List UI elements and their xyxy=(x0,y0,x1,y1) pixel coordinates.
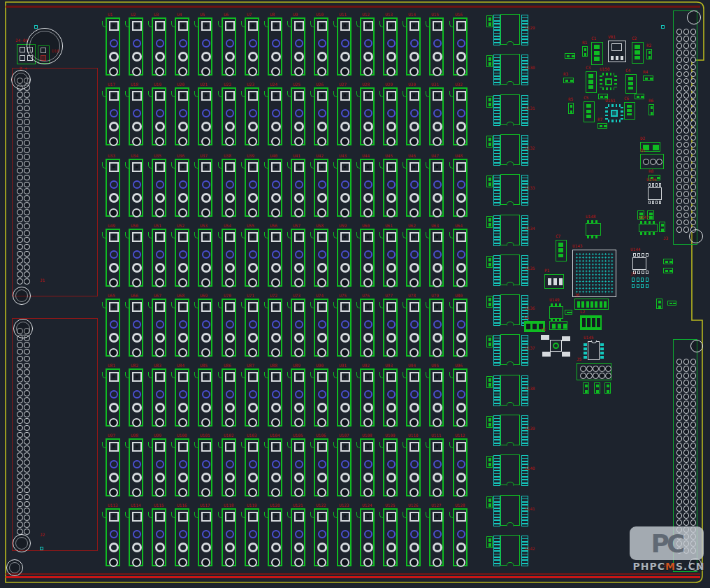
relay-footprint[interactable]: U13 xyxy=(383,17,398,76)
relay-footprint[interactable]: U102 xyxy=(222,438,236,496)
relay-footprint[interactable]: U26 xyxy=(314,87,328,145)
relay-footprint[interactable]: U100 xyxy=(175,438,189,496)
relay-footprint[interactable]: U29 xyxy=(383,87,398,145)
relay-footprint[interactable]: U30 xyxy=(406,87,421,145)
relay-footprint[interactable]: U48 xyxy=(453,159,468,217)
relay-footprint[interactable]: U91 xyxy=(337,368,352,426)
soic-footprint[interactable]: U139 xyxy=(486,415,530,447)
smd-soicw[interactable] xyxy=(646,183,663,204)
soic-footprint[interactable]: U132 xyxy=(486,134,530,167)
relay-footprint[interactable]: U73 xyxy=(291,299,305,357)
relay-footprint[interactable]: U36 xyxy=(175,159,189,217)
relay-footprint[interactable]: U108 xyxy=(360,438,375,496)
relay-footprint[interactable]: U113 xyxy=(106,508,120,566)
relay-footprint[interactable]: U21 xyxy=(198,87,212,145)
relay-footprint[interactable]: U44 xyxy=(360,159,375,217)
relay-footprint[interactable]: U59 xyxy=(337,229,352,287)
relay-footprint[interactable]: U53 xyxy=(198,229,212,287)
bypass-cap-footprint[interactable] xyxy=(486,416,493,428)
relay-footprint[interactable]: U56 xyxy=(268,229,282,287)
bypass-cap-footprint[interactable] xyxy=(486,216,493,228)
relay-footprint[interactable]: U8 xyxy=(268,17,282,76)
soic-footprint[interactable]: U142 xyxy=(486,535,530,568)
relay-footprint[interactable]: U46 xyxy=(406,159,421,217)
relay-footprint[interactable]: U23 xyxy=(245,87,259,145)
relay-footprint[interactable]: U80 xyxy=(453,299,468,357)
smd-r2v[interactable] xyxy=(594,382,600,394)
smd-qfng[interactable] xyxy=(600,73,617,90)
relay-footprint[interactable]: U58 xyxy=(314,229,328,287)
relay-footprint[interactable]: U95 xyxy=(429,368,444,426)
soic-footprint[interactable]: U138 xyxy=(486,375,530,408)
relay-footprint[interactable]: U78 xyxy=(406,299,421,357)
smd-r2h[interactable] xyxy=(597,123,607,129)
soic-footprint[interactable]: U136 xyxy=(486,294,530,327)
relay-footprint[interactable]: U39 xyxy=(245,159,259,217)
smd-r2h[interactable] xyxy=(663,259,673,264)
relay-footprint[interactable]: U75 xyxy=(337,299,352,357)
relay-footprint[interactable]: U81 xyxy=(106,368,120,426)
relay-footprint[interactable]: U74 xyxy=(314,299,328,357)
bypass-cap-footprint[interactable] xyxy=(486,256,493,268)
relay-footprint[interactable]: U15 xyxy=(429,17,444,76)
relay-footprint[interactable]: U111 xyxy=(429,438,444,496)
relay-footprint[interactable]: U9 xyxy=(291,17,305,76)
relay-footprint[interactable]: U76 xyxy=(360,299,375,357)
relay-footprint[interactable]: U63 xyxy=(429,229,444,287)
relay-footprint[interactable]: U2 xyxy=(129,17,143,76)
relay-footprint[interactable]: U62 xyxy=(406,229,421,287)
smd-cap3[interactable] xyxy=(632,42,644,64)
relay-footprint[interactable]: U125 xyxy=(383,508,398,566)
relay-footprint[interactable]: U87 xyxy=(245,368,259,426)
relay-footprint[interactable]: U112 xyxy=(453,438,468,496)
relay-footprint[interactable]: U14 xyxy=(406,17,421,76)
smd-r2v[interactable] xyxy=(583,382,589,394)
soic-footprint[interactable]: U134 xyxy=(486,215,530,248)
left-edge-connector[interactable] xyxy=(12,318,98,551)
relay-footprint[interactable]: U93 xyxy=(383,368,398,426)
bypass-cap-footprint[interactable] xyxy=(486,96,493,108)
relay-footprint[interactable]: U34 xyxy=(129,159,143,217)
relay-footprint[interactable]: U47 xyxy=(429,159,444,217)
smd-hdr3[interactable] xyxy=(549,321,567,330)
relay-footprint[interactable]: U69 xyxy=(198,299,212,357)
soic-footprint[interactable]: U135 xyxy=(486,254,530,287)
relay-footprint[interactable]: U64 xyxy=(453,229,468,287)
smd-soicg[interactable] xyxy=(549,303,563,322)
soic-footprint[interactable]: U129 xyxy=(486,14,530,47)
relay-footprint[interactable]: U67 xyxy=(152,299,166,357)
relay-footprint[interactable]: U40 xyxy=(268,159,282,217)
smd-cap3[interactable] xyxy=(625,74,637,94)
relay-footprint[interactable]: U110 xyxy=(406,438,421,496)
relay-footprint[interactable]: U88 xyxy=(268,368,282,426)
smd-cap3[interactable] xyxy=(624,102,635,120)
relay-footprint[interactable]: U114 xyxy=(129,508,143,566)
smd-r2v[interactable] xyxy=(659,222,665,232)
relay-footprint[interactable]: U72 xyxy=(268,299,282,357)
relay-footprint[interactable]: U28 xyxy=(360,87,375,145)
smd-soicc[interactable] xyxy=(584,341,604,360)
relay-footprint[interactable]: U89 xyxy=(291,368,305,426)
smd-r2h[interactable] xyxy=(563,78,574,83)
relay-footprint[interactable]: U115 xyxy=(152,508,166,566)
soic-footprint[interactable]: U130 xyxy=(486,54,530,87)
relay-footprint[interactable]: U68 xyxy=(175,299,189,357)
smd-to3[interactable] xyxy=(640,154,664,169)
smd-soicg[interactable] xyxy=(586,220,601,238)
relay-footprint[interactable]: U24 xyxy=(268,87,282,145)
smd-hdrt[interactable] xyxy=(630,278,649,289)
relay-footprint[interactable]: U52 xyxy=(175,229,189,287)
relay-footprint[interactable]: U117 xyxy=(198,508,212,566)
relay-footprint[interactable]: U32 xyxy=(453,87,468,145)
relay-footprint[interactable]: U107 xyxy=(337,438,352,496)
smd-p3w[interactable] xyxy=(544,274,564,289)
relay-footprint[interactable]: U60 xyxy=(360,229,375,287)
relay-footprint[interactable]: U101 xyxy=(198,438,212,496)
relay-footprint[interactable]: U22 xyxy=(222,87,236,145)
relay-footprint[interactable]: U98 xyxy=(129,438,143,496)
relay-footprint[interactable]: U99 xyxy=(152,438,166,496)
relay-footprint[interactable]: U38 xyxy=(222,159,236,217)
relay-footprint[interactable]: U41 xyxy=(291,159,305,217)
relay-footprint[interactable]: U37 xyxy=(198,159,212,217)
relay-footprint[interactable]: U50 xyxy=(129,229,143,287)
